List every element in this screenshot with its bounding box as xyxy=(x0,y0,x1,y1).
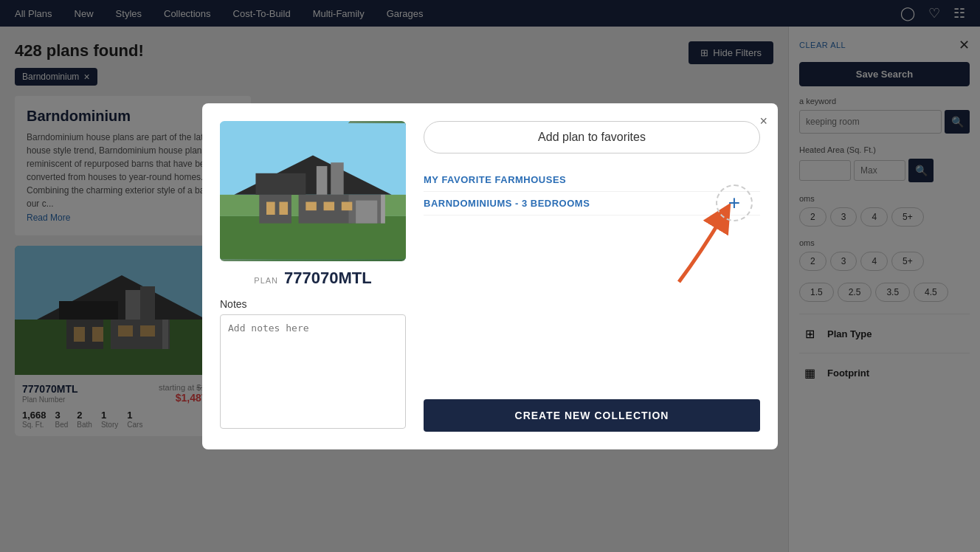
modal-plan-number: 777070MTL xyxy=(284,269,372,288)
add-to-collection-button[interactable]: + xyxy=(716,184,753,221)
svg-rect-39 xyxy=(279,201,288,214)
svg-rect-38 xyxy=(266,201,275,214)
modal-close-button[interactable]: × xyxy=(759,114,767,129)
svg-rect-34 xyxy=(331,162,343,195)
svg-rect-41 xyxy=(324,201,335,210)
plus-icon: + xyxy=(728,193,740,213)
collection-name[interactable]: MY FAVORITE FARMHOUSES xyxy=(424,174,566,185)
svg-rect-42 xyxy=(342,201,353,210)
modal-right: Add plan to favorites MY FAVORITE FARMHO… xyxy=(424,103,778,449)
svg-rect-43 xyxy=(356,200,377,223)
modal-overlay[interactable]: × xyxy=(0,0,980,552)
svg-rect-32 xyxy=(255,173,306,194)
svg-rect-40 xyxy=(306,201,317,210)
svg-rect-33 xyxy=(317,166,328,195)
notes-textarea[interactable] xyxy=(220,314,406,429)
collection-item: MY FAVORITE FARMHOUSES xyxy=(424,168,760,192)
arrow-annotation xyxy=(424,223,760,297)
favorites-modal: × xyxy=(202,103,778,449)
modal-left: PLAN 777070MTL Notes xyxy=(202,103,424,449)
modal-plan-label: PLAN xyxy=(254,276,278,285)
notes-label: Notes xyxy=(220,298,406,310)
create-collection-button[interactable]: CREATE NEW COLLECTION xyxy=(424,399,760,432)
collection-name[interactable]: BARNDOMINIUMS - 3 BEDROOMS xyxy=(424,198,590,209)
modal-house-image xyxy=(220,121,406,261)
add-favorites-button[interactable]: Add plan to favorites xyxy=(424,121,760,153)
svg-rect-44 xyxy=(381,194,385,223)
